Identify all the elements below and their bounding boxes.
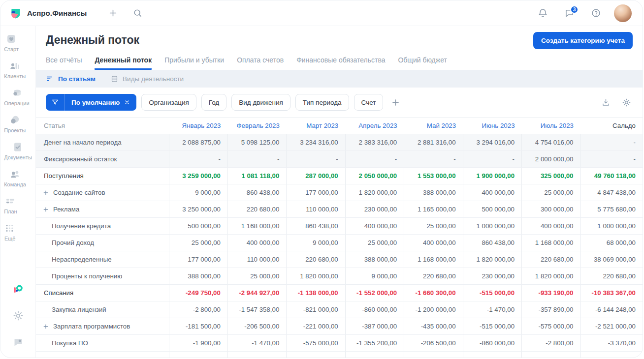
expand-icon[interactable]	[43, 190, 49, 196]
download-button[interactable]	[599, 96, 612, 109]
row-label: Поступления	[44, 172, 84, 180]
cell-value: -1 900,00	[169, 335, 227, 352]
cell-value: 220 680,00	[522, 251, 580, 268]
filter-chip[interactable]: Вид движения	[231, 94, 290, 111]
cell-value: 1 000 000,00	[580, 218, 643, 235]
sort-lines-icon	[46, 75, 54, 83]
add-filter-button[interactable]	[388, 95, 403, 110]
cell-value: -1 355 200,00	[463, 352, 521, 359]
subtab-item[interactable]: Виды деятельности	[110, 75, 184, 83]
settings-button[interactable]	[620, 96, 633, 109]
sidebar-item-label: Команда	[4, 181, 26, 187]
table-row: Получение кредита500 000,001 168 000,008…	[36, 218, 643, 235]
brand-button[interactable]	[10, 281, 27, 298]
sidebar-item-clients[interactable]: Клиенты	[4, 60, 26, 79]
sidebar-item-documents[interactable]: Документы	[4, 141, 32, 160]
cell-value: -1 547 358,00	[227, 301, 286, 318]
cell-value: 2 050 000,00	[345, 168, 404, 184]
column-header-month[interactable]: Май 2023	[404, 118, 463, 134]
sidebar-item-projects[interactable]: Проекты	[4, 114, 26, 133]
filter-chip[interactable]: Год	[201, 94, 227, 111]
tab-item[interactable]: Все отчёты	[46, 53, 82, 70]
tab-item[interactable]: Оплата счетов	[237, 53, 284, 70]
table-row: Фиксированный остаток------2 000 000,00-	[36, 151, 643, 168]
expand-icon[interactable]	[43, 207, 49, 212]
avatar[interactable]	[614, 4, 632, 22]
cell-value: 2 088 875,00	[169, 134, 227, 151]
messages-button[interactable]: 3	[561, 5, 578, 22]
cell-value: -	[345, 151, 404, 168]
tab-item[interactable]: Прибыли и убытки	[164, 53, 224, 70]
sidebar-item-operations[interactable]: Операции	[4, 87, 29, 106]
cell-value: 5 098 125,00	[227, 134, 286, 151]
column-header-month[interactable]: Январь 2023	[169, 118, 227, 134]
create-quick-button[interactable]	[104, 5, 121, 22]
projects-icon	[9, 114, 21, 126]
row-label-cell: Списания	[36, 285, 169, 301]
help-icon	[591, 8, 601, 18]
cell-value: -387 000,00	[345, 318, 404, 335]
documents-icon	[12, 141, 24, 153]
cell-value: 388 000,00	[345, 251, 404, 268]
search-button[interactable]	[129, 5, 146, 22]
sidebar-item-plan[interactable]: План	[4, 195, 17, 214]
create-category-button[interactable]: Создать категорию учета	[533, 32, 633, 49]
cell-value: -2 521 000,00	[580, 318, 643, 335]
row-label-cell: Проценты к получению	[36, 268, 169, 285]
cell-value: -1 023 239,00	[227, 352, 286, 359]
column-header-month[interactable]: Июль 2023	[522, 118, 580, 134]
table-row: Нераспределенные177 000,00110 000,00220 …	[36, 251, 643, 268]
cell-value: 1 000 000,00	[463, 218, 521, 235]
sidebar-item-label: Операции	[4, 100, 29, 106]
column-header-month[interactable]: Февраль 2023	[227, 118, 286, 134]
sidebar-item-label: Проекты	[4, 127, 26, 133]
help-button[interactable]	[587, 5, 604, 22]
gear-button[interactable]	[10, 307, 27, 324]
clients-icon	[9, 60, 21, 72]
cell-value: -181 500,00	[169, 318, 227, 335]
cell-value: 25 000,00	[345, 235, 404, 251]
cell-value: 68 000,00	[580, 235, 643, 251]
more-icon	[4, 222, 16, 234]
cell-value: -206 500,00	[227, 318, 286, 335]
active-filter-pill[interactable]: По умолчанию	[46, 94, 136, 111]
cell-value: 220 680,00	[580, 268, 643, 285]
filter-chip[interactable]: Тип периода	[295, 94, 349, 111]
feedback-button[interactable]	[10, 334, 27, 351]
sidebar-item-label: Документы	[4, 154, 32, 160]
column-header-month[interactable]: Апрель 2023	[345, 118, 404, 134]
rows-icon	[110, 75, 119, 83]
expand-icon[interactable]	[43, 324, 49, 329]
cell-value: 400 000,00	[522, 218, 580, 235]
cell-value: -	[227, 151, 286, 168]
cell-value: 110 000,00	[227, 251, 286, 268]
sidebar-item-more[interactable]: Ещё	[4, 222, 16, 241]
cell-value: 3 294 016,00	[463, 134, 521, 151]
gear-icon	[12, 310, 24, 322]
cell-value: 9 000,00	[345, 268, 404, 285]
sidebar-item-label: Старт	[4, 46, 19, 52]
tab-item[interactable]: Финансовые обязательства	[296, 53, 385, 70]
cell-value: 1 165 000,00	[404, 201, 463, 218]
sidebar-item-start[interactable]: Старт	[4, 33, 19, 52]
cell-value: 500 000,00	[169, 218, 227, 235]
cell-value: 325 000,00	[522, 168, 580, 184]
filter-chip[interactable]: Организация	[141, 94, 196, 111]
subtab-active[interactable]: По статьям	[46, 75, 96, 83]
cell-value: 38 069 000,00	[580, 251, 643, 268]
cell-value: 3 250 000,00	[169, 201, 227, 218]
row-label: Фиксированный остаток	[44, 155, 117, 163]
clear-filter-icon[interactable]	[124, 99, 130, 105]
column-header-month[interactable]: Июнь 2023	[463, 118, 521, 134]
cell-value: -3 370,00	[580, 335, 643, 352]
notifications-button[interactable]	[534, 5, 551, 22]
cashflow-table: СтатьяЯнварь 2023Февраль 2023Март 2023Ап…	[36, 117, 643, 358]
filter-chip[interactable]: Счет	[354, 94, 384, 111]
tab-item[interactable]: Общий бюджет	[398, 53, 447, 70]
sidebar-item-team[interactable]: Команда	[4, 168, 26, 187]
cell-value: -249 750,00	[169, 285, 227, 301]
tab-active[interactable]: Денежный поток	[95, 53, 152, 70]
cell-value: 220 680,00	[404, 268, 463, 285]
table-row: Зарплата программистов-181 500,00-206 50…	[36, 318, 643, 335]
column-header-month[interactable]: Март 2023	[287, 118, 345, 134]
